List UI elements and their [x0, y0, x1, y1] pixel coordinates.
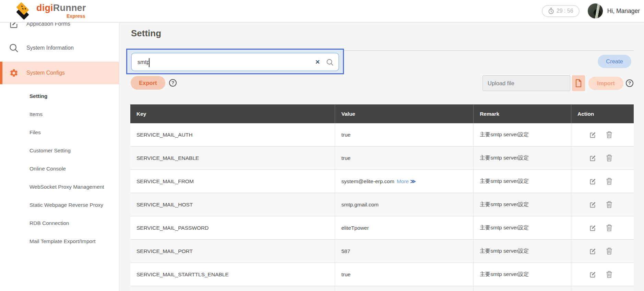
- sidebar-subitem-rdb-connection[interactable]: RDB Connection: [0, 214, 119, 232]
- text-caret: [149, 58, 150, 67]
- cell-remark: 主要smtp server設定: [474, 193, 571, 216]
- digirunner-express-app: digiRunner Express 29 : 56 Hi, Manager A…: [0, 0, 644, 291]
- cell-value: 587: [335, 240, 474, 263]
- delete-icon[interactable]: [606, 131, 613, 139]
- cell-empty: [571, 286, 634, 291]
- cell-value: true: [335, 263, 474, 286]
- table-header-row: KeyValueRemarkAction: [130, 104, 634, 123]
- delete-icon[interactable]: [606, 178, 613, 185]
- search-input[interactable]: [131, 53, 339, 71]
- brand-name-digi: digi: [36, 3, 53, 13]
- edit-icon[interactable]: [589, 201, 597, 208]
- value-text: eliteTpower: [341, 225, 369, 231]
- sidebar-subitem-files[interactable]: Files: [0, 123, 119, 141]
- cell-value: smtp.gmail.com: [335, 193, 474, 216]
- delete-icon[interactable]: [606, 224, 613, 232]
- sidebar: Application FormsSystem InformationSyste…: [0, 23, 119, 291]
- sidebar-item-application-forms[interactable]: Application Forms: [0, 23, 119, 34]
- session-timer-value: 29 : 56: [557, 8, 573, 14]
- edit-icon[interactable]: [589, 248, 597, 255]
- cell-empty: [130, 286, 335, 291]
- sidebar-item-system-information[interactable]: System Information: [0, 38, 119, 58]
- cell-value: system@elite-erp.comMore≫: [335, 170, 474, 193]
- brand-logo: digiRunner Express: [12, 2, 86, 20]
- sidebar-item-label: System Configs: [26, 70, 65, 76]
- cell-action: [571, 193, 634, 216]
- edit-icon[interactable]: [589, 224, 597, 232]
- column-header-key: Key: [130, 104, 335, 123]
- brand-logo-text: digiRunner Express: [36, 3, 86, 18]
- column-header-action: Action: [571, 104, 634, 123]
- search-icon: [9, 43, 19, 53]
- choose-file-button[interactable]: [572, 75, 585, 91]
- cell-remark: 主要smtp server設定: [474, 216, 571, 239]
- cell-empty: [335, 286, 474, 291]
- brand-logo-icon: [12, 2, 34, 20]
- cell-action: [571, 216, 634, 239]
- cell-value: true: [335, 147, 474, 169]
- cell-remark: 主要smtp server設定: [474, 263, 571, 286]
- search-icon[interactable]: [326, 58, 334, 66]
- main-content: Setting ✕ Create Export ? Import ?: [120, 23, 644, 291]
- sidebar-subitem-websocket-proxy-management[interactable]: WebSocket Proxy Management: [0, 178, 119, 196]
- cell-key: SERVICE_MAIL_PASSWORD: [130, 216, 335, 239]
- sidebar-subitem-items[interactable]: Items: [0, 105, 119, 123]
- table-row: SERVICE_MAIL_STARTTLS_ENABLEtrue主要smtp s…: [130, 263, 634, 286]
- cell-key: SERVICE_MAIL_AUTH: [130, 123, 335, 146]
- value-text: true: [341, 132, 350, 138]
- cell-key: SERVICE_MAIL_PORT: [130, 240, 335, 263]
- clear-search-icon[interactable]: ✕: [314, 58, 321, 67]
- session-timer: 29 : 56: [542, 5, 580, 17]
- sidebar-nav: Application FormsSystem InformationSyste…: [0, 23, 119, 84]
- table-body: SERVICE_MAIL_AUTHtrue主要smtp server設定SERV…: [130, 123, 634, 291]
- cell-remark: 主要smtp server設定: [474, 240, 571, 263]
- brand-subtitle: Express: [36, 14, 86, 18]
- settings-table: KeyValueRemarkAction SERVICE_MAIL_AUTHtr…: [130, 104, 634, 291]
- sidebar-subitem-setting[interactable]: Setting: [0, 87, 119, 105]
- top-header: digiRunner Express 29 : 56 Hi, Manager: [0, 0, 644, 23]
- column-header-remark: Remark: [474, 104, 571, 123]
- edit-icon[interactable]: [589, 131, 597, 139]
- cell-remark: 主要smtp server設定: [474, 147, 571, 169]
- value-text: true: [341, 155, 350, 161]
- cell-empty: [474, 286, 571, 291]
- cell-key: SERVICE_MAIL_FROM: [130, 170, 335, 193]
- edit-icon[interactable]: [589, 271, 597, 278]
- stopwatch-icon: [548, 8, 554, 14]
- sidebar-subitem-online-console[interactable]: Online Console: [0, 160, 119, 178]
- page-title: Setting: [131, 28, 161, 39]
- sidebar-subnav: SettingItemsFilesCustomer SettingOnline …: [0, 87, 119, 250]
- file-icon: [575, 79, 582, 87]
- form-edit-icon: [9, 23, 19, 29]
- more-chevrons-icon[interactable]: ≫: [410, 178, 416, 185]
- cell-key: SERVICE_MAIL_HOST: [130, 193, 335, 216]
- import-help-icon[interactable]: ?: [626, 79, 633, 87]
- table-row-partial: [130, 286, 634, 291]
- cell-remark: 主要smtp server設定: [474, 170, 571, 193]
- avatar[interactable]: [588, 3, 603, 18]
- create-button[interactable]: Create: [598, 55, 631, 68]
- table-row: SERVICE_MAIL_FROMsystem@elite-erp.comMor…: [130, 170, 634, 193]
- gear-icon: [9, 68, 19, 78]
- table-row: SERVICE_MAIL_AUTHtrue主要smtp server設定: [130, 123, 634, 147]
- edit-icon[interactable]: [589, 154, 597, 162]
- edit-icon[interactable]: [589, 178, 597, 185]
- delete-icon[interactable]: [606, 154, 613, 162]
- import-button[interactable]: Import: [588, 77, 623, 90]
- cell-remark: 主要smtp server設定: [474, 123, 571, 146]
- upload-file-input[interactable]: [482, 75, 570, 91]
- value-text: system@elite-erp.com: [341, 178, 394, 185]
- sidebar-subitem-static-webpage-reverse-proxy[interactable]: Static Webpage Reverse Proxy: [0, 196, 119, 214]
- cell-value: eliteTpower: [335, 216, 474, 239]
- sidebar-item-label: System Information: [26, 45, 74, 51]
- more-link[interactable]: More: [397, 178, 409, 185]
- delete-icon[interactable]: [606, 201, 613, 208]
- export-help-icon[interactable]: ?: [169, 79, 177, 87]
- sidebar-subitem-mail-template-export-import[interactable]: Mail Template Export/Import: [0, 232, 119, 250]
- sidebar-subitem-customer-setting[interactable]: Customer Setting: [0, 141, 119, 160]
- delete-icon[interactable]: [606, 248, 613, 255]
- export-button[interactable]: Export: [131, 76, 165, 90]
- value-text: smtp.gmail.com: [341, 202, 379, 208]
- delete-icon[interactable]: [606, 271, 613, 278]
- sidebar-item-system-configs[interactable]: System Configs: [0, 62, 119, 84]
